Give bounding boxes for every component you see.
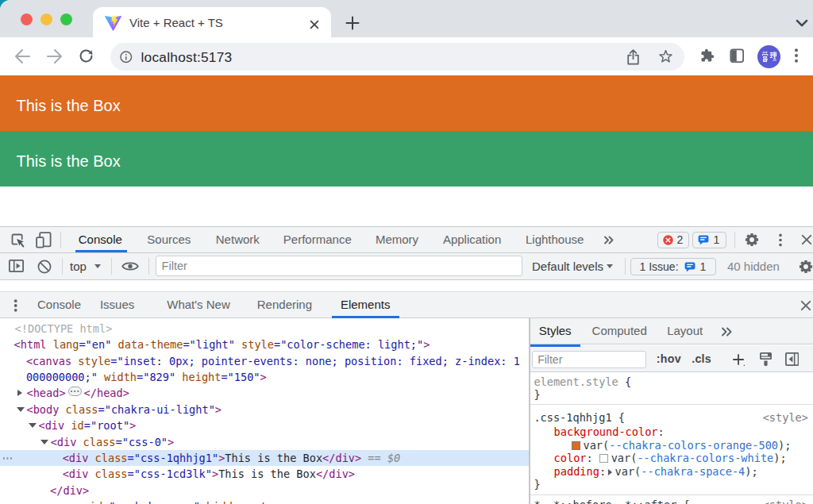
main-tab-console[interactable]: Console [79, 227, 122, 252]
reload-icon[interactable] [79, 48, 94, 63]
zoom-window-button[interactable] [60, 13, 72, 25]
issues-counter[interactable]: 1 Issue: 1 [630, 258, 716, 275]
drawer-tab-elements[interactable]: Elements [341, 292, 391, 317]
dom-node[interactable]: <div class="css-0"> [0, 434, 529, 450]
devtools-menu-kebab-icon[interactable] [778, 233, 783, 247]
color-swatch-orange[interactable] [572, 441, 580, 450]
inspect-element-icon[interactable] [10, 233, 25, 248]
dom-node[interactable]: <html lang="en" data-theme="light" style… [0, 337, 529, 352]
styles-cascade[interactable]: element.style {}.css-1qhhjg1 {<style>bac… [530, 373, 813, 504]
sidebar-tab-layout[interactable]: Layout [667, 318, 703, 343]
dom-node-selected[interactable]: <div class="css-1qhhjg1">This is the Box… [0, 450, 529, 466]
computed-sidebar-toggle-icon[interactable] [785, 352, 800, 366]
dom-token: > [260, 371, 267, 383]
dom-node[interactable]: <div id="root"> [0, 417, 529, 433]
devtools-close-icon[interactable] [801, 234, 812, 245]
clear-console-icon[interactable] [37, 260, 52, 274]
shorthand-expand-icon[interactable] [608, 469, 612, 475]
dom-token: <div [39, 419, 65, 432]
forward-icon[interactable] [47, 49, 63, 63]
stylesheet-origin-link[interactable]: <style> [763, 411, 808, 424]
toggle-hover-state-button[interactable]: :hov [657, 345, 681, 373]
error-count-badge[interactable]: 2 [657, 232, 689, 248]
minimize-window-button[interactable] [40, 13, 52, 25]
log-levels-dropdown[interactable]: Default levels [532, 253, 603, 280]
node-options-dots[interactable] [3, 457, 6, 460]
elements-panel: <!DOCTYPE html><html lang="en" data-them… [0, 318, 813, 504]
side-panel-icon[interactable] [730, 48, 745, 63]
extensions-puzzle-icon[interactable] [700, 48, 715, 63]
more-tabs-chevron-icon[interactable] [604, 227, 615, 252]
stylesheet-origin-link[interactable]: <style> [763, 498, 808, 504]
expand-arrow-right-icon[interactable] [17, 390, 22, 396]
drawer-tab-console[interactable]: Console [37, 292, 81, 317]
sidebar-tab-styles[interactable]: Styles [539, 318, 572, 343]
drawer-close-icon[interactable] [800, 300, 811, 311]
expand-arrow-down-icon[interactable] [40, 440, 48, 444]
dom-node[interactable]: <head></head> [0, 385, 529, 401]
device-toolbar-icon[interactable] [36, 232, 52, 248]
expand-arrow-down-icon[interactable] [29, 423, 37, 428]
dom-node[interactable]: 000000000;" width="829" height="150"> [0, 369, 529, 385]
browser-tab[interactable]: Vite + React + TS [93, 7, 331, 37]
devtools-settings-gear-icon[interactable] [745, 233, 759, 247]
browser-menu-kebab-icon[interactable] [793, 48, 800, 63]
filter-placeholder: Filter [162, 260, 187, 272]
dom-tree[interactable]: <!DOCTYPE html><html lang="en" data-them… [0, 318, 529, 504]
main-tab-memory[interactable]: Memory [376, 227, 418, 252]
tab-search-chevron-icon[interactable] [796, 19, 808, 28]
console-sidebar-icon[interactable] [9, 260, 24, 272]
drawer-tab-strip: ConsoleIssuesWhat's NewRenderingElements [0, 291, 813, 318]
main-tab-sources[interactable]: Sources [147, 227, 191, 252]
new-tab-button[interactable] [345, 16, 360, 30]
levels-label: Default levels [532, 260, 603, 273]
drawer-tab-issues[interactable]: Issues [100, 292, 134, 317]
console-filter-input[interactable]: Filter [156, 256, 522, 276]
console-settings-gear-icon[interactable] [799, 260, 813, 274]
close-window-button[interactable] [21, 13, 33, 25]
main-tab-network[interactable]: Network [216, 227, 260, 252]
sidebar-more-tabs-icon[interactable] [721, 327, 733, 337]
css-token: var( [615, 465, 642, 478]
back-icon[interactable] [14, 49, 30, 63]
toolbar-divider [734, 232, 735, 248]
color-swatch-white[interactable] [599, 454, 608, 463]
dom-node[interactable]: <body class="chakra-ui-light"> [0, 402, 529, 417]
rendering-emulation-brush-icon[interactable] [759, 352, 773, 367]
console-tab-underline [75, 250, 128, 252]
tab-close-icon[interactable] [309, 19, 320, 30]
dom-token: style [235, 338, 274, 351]
share-icon[interactable] [626, 49, 640, 65]
url-bar[interactable]: localhost:5173 [110, 43, 684, 71]
main-tab-performance[interactable]: Performance [283, 227, 352, 252]
dom-node[interactable]: <span id="__chakra_env" hidden></span> [0, 498, 529, 504]
toolbar-divider [111, 258, 112, 275]
collapsed-children-ellipsis[interactable] [68, 387, 82, 397]
css-token: : [658, 425, 665, 438]
dom-node[interactable]: <div class="css-1cd3lk">This is the Box<… [0, 466, 529, 482]
expand-arrow-down-icon[interactable] [17, 407, 25, 412]
live-expression-eye-icon[interactable] [121, 260, 139, 272]
profile-avatar[interactable] [757, 45, 780, 68]
element-classes-button[interactable]: .cls [692, 345, 711, 373]
styles-filter-input[interactable]: Filter [532, 351, 646, 368]
dom-node[interactable]: <canvas style="inset: 0px; pointer-event… [0, 353, 529, 369]
message-count-badge[interactable]: 1 [692, 232, 726, 248]
main-tab-lighthouse[interactable]: Lighthouse [526, 227, 584, 252]
bookmark-star-icon[interactable] [658, 49, 673, 64]
hov-label: :hov [657, 352, 681, 365]
console-context-selector[interactable]: top [70, 253, 87, 280]
main-tab-application[interactable]: Application [443, 227, 501, 252]
site-info-icon[interactable] [120, 51, 133, 63]
sidebar-tab-computed[interactable]: Computed [592, 318, 647, 343]
drawer-tab-rendering[interactable]: Rendering [257, 292, 312, 317]
drawer-tab-what-s-new[interactable]: What's New [167, 292, 230, 317]
css-line: .css-1qhhjg1 { [534, 411, 625, 425]
dom-node[interactable]: </div> [0, 483, 529, 498]
new-style-rule-icon[interactable] [732, 353, 745, 366]
dom-token: ="inset: 0px; pointer-events: none; posi… [110, 355, 520, 367]
styles-sidebar: StylesComputedLayout Filter :hov .cls [530, 318, 813, 504]
dom-node[interactable]: <!DOCTYPE html> [0, 321, 529, 337]
dom-token: > [215, 403, 222, 416]
drawer-menu-kebab-icon[interactable] [13, 299, 17, 312]
